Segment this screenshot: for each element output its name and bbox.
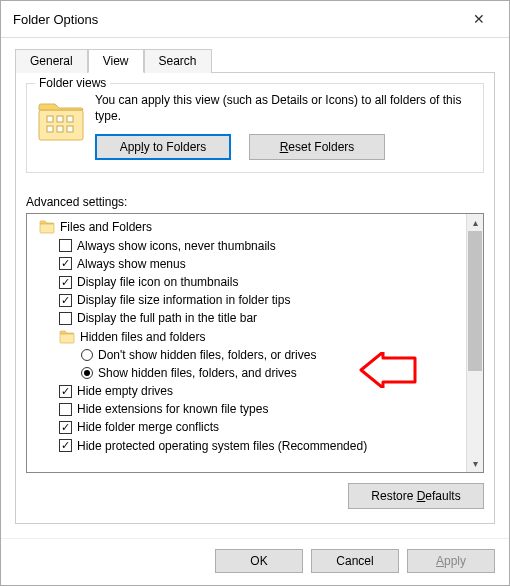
tab-strip: General View Search [15, 48, 495, 73]
checkbox-icon[interactable] [59, 312, 72, 325]
cancel-button[interactable]: Cancel [311, 549, 399, 573]
list-item[interactable]: Hide folder merge conflicts [33, 418, 460, 436]
scrollbar[interactable]: ▴ ▾ [466, 214, 483, 472]
list-item[interactable]: Display file size information in folder … [33, 291, 460, 309]
list-item-label: Display file icon on thumbnails [77, 274, 238, 290]
scroll-thumb[interactable] [468, 231, 482, 371]
scroll-down-icon[interactable]: ▾ [467, 455, 483, 472]
list-item-label: Hide protected operating system files (R… [77, 438, 367, 454]
list-item[interactable]: Show hidden files, folders, and drives [33, 364, 460, 382]
tree-group-label: Files and Folders [60, 219, 152, 235]
folder-views-group: Folder views You can apply this view (su… [26, 83, 484, 173]
checkbox-icon[interactable] [59, 403, 72, 416]
list-item-label: Always show icons, never thumbnails [77, 238, 276, 254]
svg-rect-3 [67, 116, 73, 122]
list-item[interactable]: Hide empty drives [33, 382, 460, 400]
list-item-label: Display the full path in the title bar [77, 310, 257, 326]
tab-general[interactable]: General [15, 49, 88, 73]
svg-rect-4 [47, 126, 53, 132]
reset-folders-button[interactable]: Reset Folders [249, 134, 385, 160]
close-button[interactable]: ✕ [459, 7, 499, 31]
list-item-label: Hide empty drives [77, 383, 173, 399]
list-item[interactable]: Always show menus [33, 255, 460, 273]
list-item[interactable]: Always show icons, never thumbnails [33, 237, 460, 255]
checkbox-icon[interactable] [59, 385, 72, 398]
svg-rect-5 [57, 126, 63, 132]
svg-rect-8 [60, 334, 74, 343]
svg-rect-7 [40, 224, 54, 233]
window-title: Folder Options [13, 12, 98, 27]
checkbox-icon[interactable] [59, 257, 72, 270]
ok-button[interactable]: OK [215, 549, 303, 573]
list-item-label: Hide extensions for known file types [77, 401, 268, 417]
list-item-label: Show hidden files, folders, and drives [98, 365, 297, 381]
svg-rect-0 [39, 110, 83, 140]
tab-body-view: Folder views You can apply this view (su… [15, 73, 495, 524]
apply-to-folders-button[interactable]: Apply to Folders [95, 134, 231, 160]
folder-icon [59, 330, 75, 344]
svg-rect-2 [57, 116, 63, 122]
tab-search[interactable]: Search [144, 49, 212, 73]
folder-views-legend: Folder views [35, 76, 110, 90]
restore-defaults-button[interactable]: Restore Defaults [348, 483, 484, 509]
folder-icon [39, 220, 55, 234]
list-item-label: Hide folder merge conflicts [77, 419, 219, 435]
titlebar: Folder Options ✕ [1, 1, 509, 38]
checkbox-icon[interactable] [59, 421, 72, 434]
folder-icon [37, 96, 85, 144]
list-item[interactable]: Hide protected operating system files (R… [33, 437, 460, 455]
apply-button[interactable]: Apply [407, 549, 495, 573]
list-item[interactable]: Display the full path in the title bar [33, 309, 460, 327]
list-content: Files and Folders Always show icons, nev… [27, 214, 466, 472]
list-item[interactable]: Hide extensions for known file types [33, 400, 460, 418]
tree-group-hidden: Hidden files and folders [33, 328, 460, 346]
radio-icon[interactable] [81, 367, 93, 379]
svg-rect-1 [47, 116, 53, 122]
tab-view[interactable]: View [88, 49, 144, 73]
advanced-settings-label: Advanced settings: [26, 195, 484, 209]
checkbox-icon[interactable] [59, 439, 72, 452]
checkbox-icon[interactable] [59, 294, 72, 307]
scroll-up-icon[interactable]: ▴ [467, 214, 483, 231]
dialog-buttons: OK Cancel Apply [1, 538, 509, 585]
list-item-label: Always show menus [77, 256, 186, 272]
list-item[interactable]: Don't show hidden files, folders, or dri… [33, 346, 460, 364]
advanced-settings-list[interactable]: Files and Folders Always show icons, nev… [26, 213, 484, 473]
content-area: General View Search Folder views [1, 38, 509, 538]
checkbox-icon[interactable] [59, 276, 72, 289]
checkbox-icon[interactable] [59, 239, 72, 252]
folder-options-dialog: Folder Options ✕ General View Search Fol… [0, 0, 510, 586]
tree-group-files-folders: Files and Folders [33, 218, 460, 236]
radio-icon[interactable] [81, 349, 93, 361]
svg-rect-6 [67, 126, 73, 132]
folder-views-row: You can apply this view (such as Details… [37, 92, 473, 160]
folder-views-description: You can apply this view (such as Details… [95, 92, 473, 124]
tree-group-label: Hidden files and folders [80, 329, 205, 345]
list-item-label: Don't show hidden files, folders, or dri… [98, 347, 316, 363]
list-item[interactable]: Display file icon on thumbnails [33, 273, 460, 291]
list-item-label: Display file size information in folder … [77, 292, 290, 308]
